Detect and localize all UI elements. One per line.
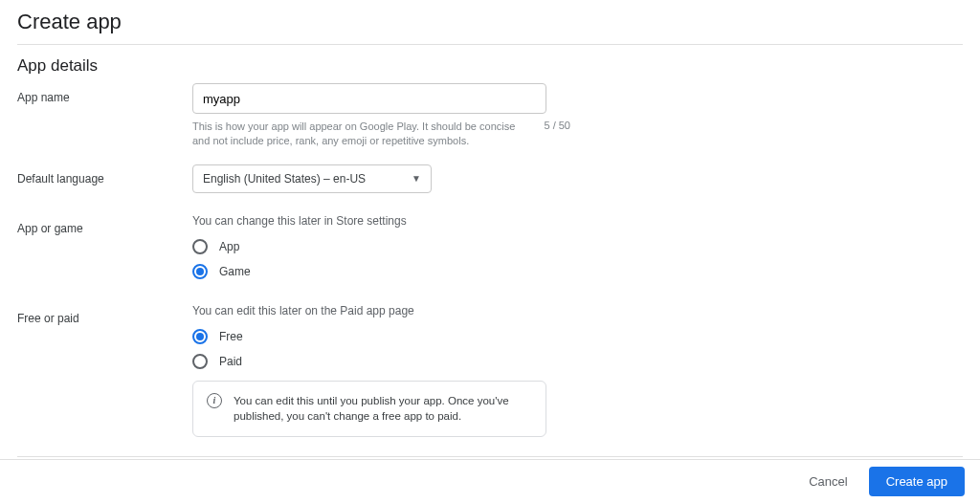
divider: [17, 44, 963, 45]
free-paid-info-text: You can edit this until you publish your…: [234, 393, 532, 425]
cancel-button[interactable]: Cancel: [801, 469, 855, 494]
create-app-button[interactable]: Create app: [869, 467, 965, 496]
app-name-counter: 5 / 50: [544, 120, 570, 149]
default-language-label: Default language: [17, 164, 192, 186]
radio-icon: [192, 329, 208, 344]
radio-icon: [192, 239, 208, 254]
radio-game-label: Game: [219, 265, 251, 278]
footer-bar: Cancel Create app: [0, 459, 980, 503]
app-name-label: App name: [17, 83, 192, 104]
radio-app-label: App: [219, 240, 239, 253]
app-details-heading: App details: [17, 56, 963, 76]
app-name-help: This is how your app will appear on Goog…: [192, 120, 518, 149]
radio-paid-label: Paid: [219, 355, 242, 368]
default-language-value: English (United States) – en-US: [203, 172, 366, 186]
radio-free-label: Free: [219, 330, 243, 343]
free-or-paid-label: Free or paid: [17, 304, 192, 325]
radio-game[interactable]: Game: [192, 264, 963, 279]
divider: [17, 456, 963, 457]
radio-paid[interactable]: Paid: [192, 354, 963, 369]
chevron-down-icon: ▼: [412, 173, 421, 184]
app-or-game-hint: You can change this later in Store setti…: [192, 214, 963, 228]
info-icon: i: [207, 393, 222, 408]
radio-free[interactable]: Free: [192, 329, 963, 344]
page-title: Create app: [17, 10, 963, 34]
app-or-game-label: App or game: [17, 214, 192, 235]
radio-icon: [192, 354, 208, 369]
free-or-paid-hint: You can edit this later on the Paid app …: [192, 304, 963, 317]
app-name-input[interactable]: [192, 83, 546, 114]
free-paid-info-box: i You can edit this until you publish yo…: [192, 381, 546, 437]
radio-icon: [192, 264, 208, 279]
default-language-select[interactable]: English (United States) – en-US ▼: [192, 164, 432, 193]
radio-app[interactable]: App: [192, 239, 963, 254]
